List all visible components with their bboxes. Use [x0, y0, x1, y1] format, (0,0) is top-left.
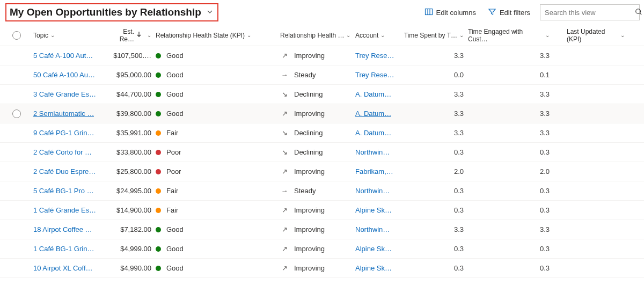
health-indicator-dot — [156, 92, 161, 97]
table-row[interactable]: 1 Café Grande Es…$14,900.00Fair↗Improvin… — [0, 201, 644, 220]
trend-arrow-icon: ↗ — [280, 245, 289, 253]
time-engaged-value: 3.3 — [478, 109, 550, 118]
table-row[interactable]: 18 Airpot Coffee …$7,182.00Good↗Improvin… — [0, 220, 644, 239]
table-row[interactable]: 10 Airpot XL Coff…$4,990.00Good↗Improvin… — [0, 259, 644, 278]
chevron-down-icon: ⌄ — [50, 32, 55, 38]
time-engaged-value: 0.1 — [478, 71, 550, 79]
topic-link[interactable]: 1 Café BG-1 Grin… — [33, 245, 94, 253]
column-header-last-updated[interactable]: Last Updated (KPI) ⌄ — [554, 28, 629, 43]
account-link[interactable]: Fabrikam,… — [355, 167, 393, 176]
time-engaged-value: 3.3 — [478, 129, 550, 137]
search-box[interactable] — [540, 4, 640, 20]
trend-value: Declining — [294, 148, 323, 156]
table-row[interactable]: 5 Café A-100 Aut…$107,500.…Good↗Improvin… — [0, 46, 644, 65]
table-row[interactable]: 50 Café A-100 Au…$95,000.00Good→SteadyTr… — [0, 65, 644, 85]
time-spent-value: 0.0 — [411, 71, 464, 79]
column-header-account[interactable]: Account ⌄ — [355, 32, 404, 39]
topic-link[interactable]: 1 Café Grande Es… — [33, 206, 96, 214]
trend-value: Steady — [294, 71, 316, 79]
account-link[interactable]: A. Datum… — [355, 129, 391, 137]
topic-link[interactable]: 18 Airpot Coffee … — [33, 225, 92, 233]
time-engaged-value: 3.3 — [478, 225, 550, 233]
trend-arrow-icon: ↗ — [280, 109, 289, 118]
trend-value: Improving — [294, 109, 325, 118]
revenue-value: $33,800.00 — [107, 148, 151, 156]
column-header-revenue[interactable]: Est. Re… ⌄ — [107, 28, 156, 43]
column-header-topic[interactable]: Topic ⌄ — [33, 32, 107, 39]
topic-link[interactable]: 5 Café A-100 Aut… — [33, 52, 93, 60]
account-link[interactable]: Northwin… — [355, 187, 390, 195]
account-link[interactable]: Alpine Sk… — [355, 264, 392, 272]
account-link[interactable]: A. Datum… — [355, 90, 391, 98]
column-header-trend[interactable]: Relationship Health … ⌄ — [280, 32, 355, 39]
revenue-value: $25,800.00 — [107, 167, 151, 176]
table-row[interactable]: 2 Semiautomatic …$39,800.00Good↗Improvin… — [0, 104, 644, 123]
account-link[interactable]: Trey Rese… — [355, 71, 394, 79]
edit-filters-label: Edit filters — [500, 9, 530, 17]
edit-columns-button[interactable]: Edit columns — [425, 8, 476, 18]
time-engaged-value: 3.3 — [478, 90, 550, 98]
health-indicator-dot — [156, 72, 161, 78]
chevron-down-icon: ⌄ — [620, 32, 625, 38]
health-state-value: Poor — [166, 148, 181, 156]
trend-arrow-icon: ↗ — [280, 52, 289, 60]
table-row[interactable]: 2 Café Corto for …$33,800.00Poor↘Declini… — [0, 143, 644, 162]
search-input[interactable] — [545, 9, 635, 17]
select-all-cell[interactable] — [0, 31, 33, 40]
table-row[interactable]: 2 Café Duo Espre…$25,800.00Poor↗Improvin… — [0, 162, 644, 181]
column-header-label: Last Updated (KPI) — [567, 28, 618, 43]
account-link[interactable]: Northwin… — [355, 148, 390, 156]
row-select-radio[interactable] — [12, 109, 21, 118]
chevron-down-icon: ⌄ — [459, 32, 464, 38]
trend-arrow-icon: ↗ — [280, 264, 289, 272]
time-engaged-value: 3.3 — [478, 52, 550, 60]
health-state-value: Good — [166, 71, 184, 79]
health-state-value: Good — [166, 225, 184, 233]
time-engaged-value: 2.0 — [478, 167, 550, 176]
topic-link[interactable]: 2 Café Duo Espre… — [33, 167, 96, 176]
table-row[interactable]: 3 Café Grande Es…$44,700.00Good↘Declinin… — [0, 85, 644, 104]
time-engaged-value: 0.3 — [478, 264, 550, 272]
trend-arrow-icon: ↗ — [280, 167, 289, 176]
topic-link[interactable]: 5 Café BG-1 Pro … — [33, 187, 94, 195]
account-link[interactable]: A. Datum… — [355, 109, 391, 118]
column-header-health[interactable]: Relationship Health State (KPI) ⌄ — [156, 32, 280, 39]
view-selector[interactable]: My Open Opportunities by Relationship — [5, 3, 218, 21]
revenue-value: $7,182.00 — [107, 225, 151, 233]
column-header-label: Time Engaged with Cust… — [468, 28, 543, 43]
edit-filters-button[interactable]: Edit filters — [488, 8, 530, 18]
search-icon[interactable] — [635, 8, 642, 17]
time-spent-value: 3.3 — [411, 90, 464, 98]
topic-link[interactable]: 2 Café Corto for … — [33, 148, 92, 156]
health-state-value: Good — [166, 52, 184, 60]
topic-link[interactable]: 2 Semiautomatic … — [33, 109, 94, 118]
table-row[interactable]: 1 Café BG-1 Grin…$4,999.00Good↗Improving… — [0, 239, 644, 259]
table-row[interactable]: 9 Café PG-1 Grin…$35,991.00Fair↘Declinin… — [0, 123, 644, 143]
data-grid: Topic ⌄ Est. Re… ⌄ Relationship Health S… — [0, 25, 644, 278]
column-header-time-engaged[interactable]: Time Engaged with Cust… ⌄ — [468, 28, 554, 43]
account-link[interactable]: Northwin… — [355, 225, 390, 233]
health-indicator-dot — [156, 246, 161, 252]
health-state-value: Good — [166, 245, 184, 253]
topic-link[interactable]: 10 Airpot XL Coff… — [33, 264, 93, 272]
select-all-radio[interactable] — [12, 31, 21, 40]
table-row[interactable]: 5 Café BG-1 Pro …$24,995.00Fair→SteadyNo… — [0, 181, 644, 201]
account-link[interactable]: Alpine Sk… — [355, 245, 392, 253]
topic-link[interactable]: 3 Café Grande Es… — [33, 90, 96, 98]
column-header-time-spent[interactable]: Time Spent by T… ⌄ — [404, 32, 468, 39]
topic-link[interactable]: 50 Café A-100 Au… — [33, 71, 95, 79]
time-spent-value: 0.3 — [411, 187, 464, 195]
trend-value: Declining — [294, 90, 323, 98]
column-header-label: Topic — [33, 32, 48, 39]
time-engaged-value: 0.3 — [478, 148, 550, 156]
trend-arrow-icon: ↗ — [280, 225, 289, 233]
topic-link[interactable]: 9 Café PG-1 Grin… — [33, 129, 94, 137]
health-indicator-dot — [156, 208, 161, 213]
edit-columns-label: Edit columns — [436, 9, 476, 17]
row-select-cell[interactable] — [0, 109, 33, 118]
time-engaged-value: 0.3 — [478, 187, 550, 195]
chevron-down-icon: ⌄ — [545, 32, 550, 38]
time-spent-value: 0.3 — [411, 206, 464, 214]
account-link[interactable]: Trey Rese… — [355, 52, 394, 60]
account-link[interactable]: Alpine Sk… — [355, 206, 392, 214]
